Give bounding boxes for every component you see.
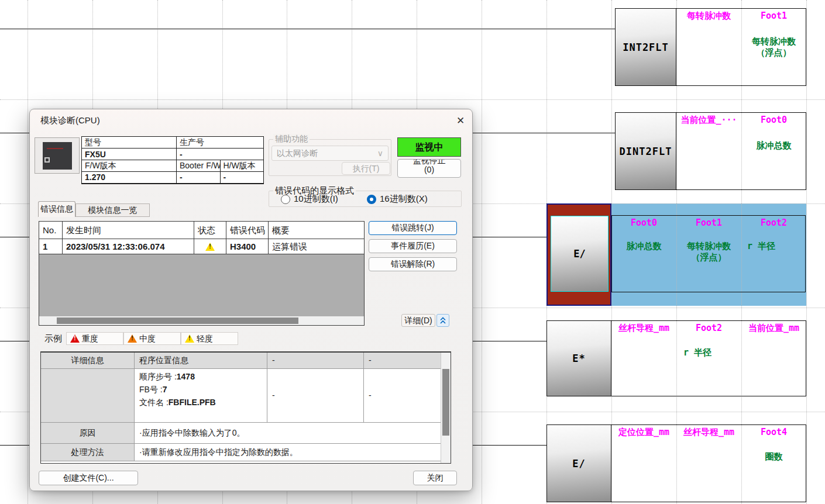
grid-vline: [482, 0, 482, 504]
execute-button[interactable]: 执行(T): [342, 162, 390, 175]
pin-label[interactable]: 每转脉冲数: [676, 11, 741, 22]
pin-label[interactable]: 当前位置_···: [676, 115, 741, 126]
grid-vline: [28, 0, 28, 504]
cpu-unit-port: [44, 157, 50, 163]
monitor-stop-button[interactable]: 监视停止 (0): [397, 159, 461, 178]
radio-hex[interactable]: [367, 195, 376, 204]
tab-module-list[interactable]: 模块信息一览: [75, 203, 150, 217]
model-header: 型号: [82, 137, 177, 149]
col-header-status[interactable]: 状态: [194, 222, 226, 239]
hw-value: -: [220, 172, 264, 184]
monitoring-status-badge: 监视中: [397, 137, 461, 157]
detail-dash: -: [267, 353, 364, 369]
cpu-module-image: [35, 137, 80, 174]
dint2flt-block-body[interactable]: DINT2FLT: [615, 112, 676, 190]
int2flt-block-body[interactable]: INT2FLT: [615, 8, 676, 86]
pin-label[interactable]: Foot1: [741, 11, 806, 21]
cpu-unit-stripe: [47, 148, 63, 149]
create-file-button[interactable]: 创建文件(C)...: [39, 471, 138, 485]
booter-header: Booter F/W版: [177, 160, 221, 172]
remedy-text: ·请重新修改应用指令中指定为除数的数据。: [135, 444, 442, 461]
pin-label[interactable]: Foot2: [741, 218, 806, 228]
program-position-label: 程序位置信息: [135, 353, 267, 369]
hw-header: H/W版本: [220, 160, 264, 172]
grid-hline: [0, 99, 825, 100]
fw-value: 1.270: [82, 172, 177, 184]
aux-function-dropdown[interactable]: 以太网诊断 ∨: [271, 146, 389, 161]
emul-block-body[interactable]: E*: [546, 320, 611, 396]
radio-decimal[interactable]: [281, 195, 290, 204]
chevron-down-icon: ∨: [377, 146, 383, 160]
error-clear-button[interactable]: 错误解除(R): [369, 257, 457, 271]
pin-comment: 圈数: [741, 451, 806, 462]
booter-value: -: [177, 172, 221, 184]
radio-hex-label[interactable]: 16进制数(X): [380, 194, 428, 205]
dialog-title: 模块诊断(CPU): [40, 115, 100, 126]
module-info-table: 型号 生产号 FX5U - F/W版本 Booter F/W版 H/W版本 1.…: [81, 136, 264, 184]
pin-label[interactable]: Foot4: [741, 427, 806, 437]
error-code: H3400: [226, 239, 269, 254]
pin-comment: 每转脉冲数 （浮点）: [741, 36, 806, 58]
pin-label[interactable]: Foot0: [611, 218, 676, 228]
detail-info-label: 详细信息: [41, 353, 135, 369]
cause-label: 原因: [41, 423, 135, 444]
close-icon[interactable]: ✕: [453, 115, 468, 129]
legend-moderate: ! 中度: [123, 332, 181, 345]
error-time: 2023/05/31 12:33:06.074: [63, 239, 194, 254]
serial-value: -: [177, 149, 264, 160]
col-header-no[interactable]: No.: [39, 222, 63, 239]
col-header-code[interactable]: 错误代码: [226, 222, 269, 239]
dialog-close-button[interactable]: 关闭: [413, 471, 457, 485]
serial-header: 生产号: [177, 137, 264, 149]
detail-toggle-button[interactable]: 详细(D): [401, 314, 435, 327]
error-row[interactable]: 1 2023/05/31 12:33:06.074 ! H3400 运算错误: [39, 239, 364, 254]
cause-text: ·应用指令中除数输入为了0。: [135, 423, 442, 444]
error-jump-button[interactable]: 错误跳转(J): [369, 221, 457, 235]
pin-label[interactable]: 丝杆导程_mm: [676, 427, 741, 438]
model-value: FX5U: [82, 149, 177, 160]
ediv2-block-body[interactable]: E/: [546, 424, 611, 502]
pin-comment: 脉冲总数: [611, 241, 676, 252]
horizontal-scrollbar[interactable]: [39, 316, 364, 325]
legend-minor: ! 轻度: [181, 332, 238, 345]
radio-decimal-label[interactable]: 10进制数(I): [294, 194, 338, 205]
vertical-scrollbar[interactable]: [441, 353, 451, 463]
pin-comment: r 半径: [741, 241, 806, 252]
col-header-time[interactable]: 发生时间: [63, 222, 194, 239]
program-position-info: 顺序步号 :1478 FB号 :7 文件名 :FBFILE.PFB: [135, 369, 267, 423]
warning-icon: !: [205, 243, 215, 251]
tab-error-info[interactable]: 错误信息: [38, 201, 75, 217]
error-code-format-group: 错误代码的显示格式 10进制数(I) 16进制数(X): [269, 191, 462, 207]
event-history-button[interactable]: 事件履历(E): [369, 239, 457, 253]
pin-comment: r 半径: [676, 347, 741, 358]
pin-label[interactable]: Foot1: [676, 218, 741, 228]
aux-function-label: 辅助功能: [273, 134, 310, 144]
pin-label[interactable]: Foot2: [676, 323, 741, 333]
grid-vline: [806, 0, 807, 504]
cpu-unit-graphic: [43, 142, 72, 170]
scrollbar-thumb[interactable]: [442, 369, 449, 436]
error-list-table: No. 发生时间 状态 错误代码 概要 1 2023/05/31 12:33:0…: [39, 221, 365, 326]
error-status: !: [194, 239, 226, 254]
legend-minor-label: 轻度: [197, 334, 213, 343]
moderate-icon: !: [128, 334, 137, 343]
aux-dropdown-value: 以太网诊断: [277, 149, 318, 158]
col-header-summary[interactable]: 概要: [269, 222, 364, 239]
detail-dash: -: [267, 369, 364, 423]
detail-dash: -: [364, 369, 442, 423]
legend-severe-label: 重度: [82, 334, 98, 343]
pin-label[interactable]: 丝杆导程_mm: [611, 323, 676, 334]
pin-comment: 脉冲总数: [741, 140, 806, 151]
pin-label[interactable]: Foot0: [741, 115, 806, 125]
chevron-up-double-icon[interactable]: [436, 314, 449, 327]
error-table-empty-area: [39, 254, 364, 316]
minor-icon: !: [185, 334, 194, 343]
pin-label[interactable]: 定位位置_mm: [611, 427, 676, 438]
scrollbar-thumb[interactable]: [57, 317, 298, 324]
ediv-block-body[interactable]: E/: [551, 216, 609, 292]
error-detail-table: 详细信息 程序位置信息 - - 顺序步号 :1478 FB号 :7 文件名 :F…: [40, 351, 451, 464]
pin-label[interactable]: 当前位置_mm: [741, 323, 806, 334]
remedy-label: 处理方法: [41, 444, 135, 461]
fbd-editor-canvas: INT2FLT 每转脉冲数 Foot1 每转脉冲数 （浮点） DINT2FLT …: [0, 0, 825, 504]
monitor-stop-label-line2: (0): [398, 165, 460, 174]
